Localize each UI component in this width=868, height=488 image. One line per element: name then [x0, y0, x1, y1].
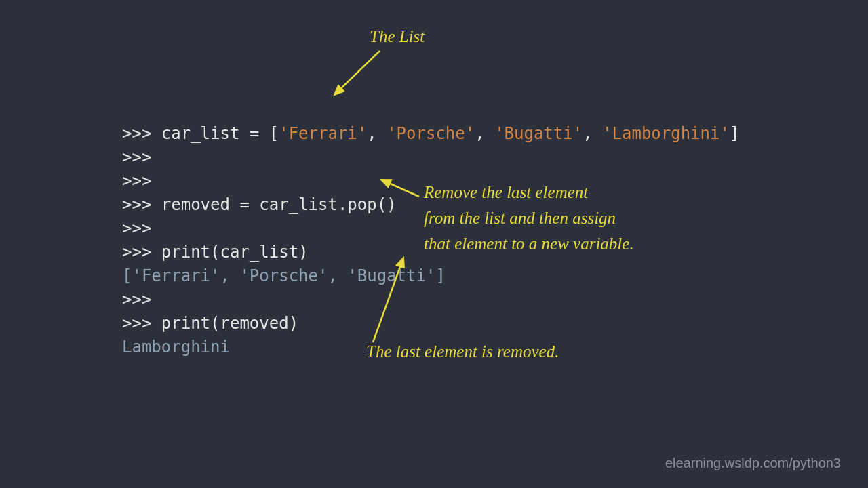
pop-call: car_list.pop() — [259, 195, 396, 214]
prompt: >>> — [122, 195, 151, 214]
annotation-removed: The last element is removed. — [366, 339, 559, 365]
prompt: >>> — [122, 124, 151, 143]
watermark: elearning.wsldp.com/python3 — [665, 455, 841, 471]
string-porsche: 'Porsche' — [387, 124, 475, 143]
prompt: >>> — [122, 148, 151, 167]
string-bugatti: 'Bugatti' — [494, 124, 583, 143]
var-car-list: car_list — [161, 124, 240, 143]
prompt: >>> — [122, 219, 151, 238]
prompt: >>> — [122, 171, 151, 190]
print-car-list: print(car_list) — [161, 243, 309, 262]
annotation-the-list: The List — [370, 24, 425, 49]
prompt: >>> — [122, 314, 151, 333]
prompt: >>> — [122, 290, 151, 309]
arrow-top — [334, 51, 380, 95]
prompt: >>> — [122, 243, 151, 262]
output-car-list: ['Ferrari', 'Porsche', 'Bugatti'] — [122, 266, 446, 285]
output-removed: Lamborghini — [122, 338, 230, 357]
string-lamborghini: 'Lamborghini' — [602, 124, 730, 143]
print-removed: print(removed) — [161, 314, 298, 333]
annotation-remove-last: Remove the last element from the list an… — [424, 180, 634, 257]
var-removed: removed — [161, 195, 230, 214]
string-ferrari: 'Ferrari' — [279, 124, 367, 143]
